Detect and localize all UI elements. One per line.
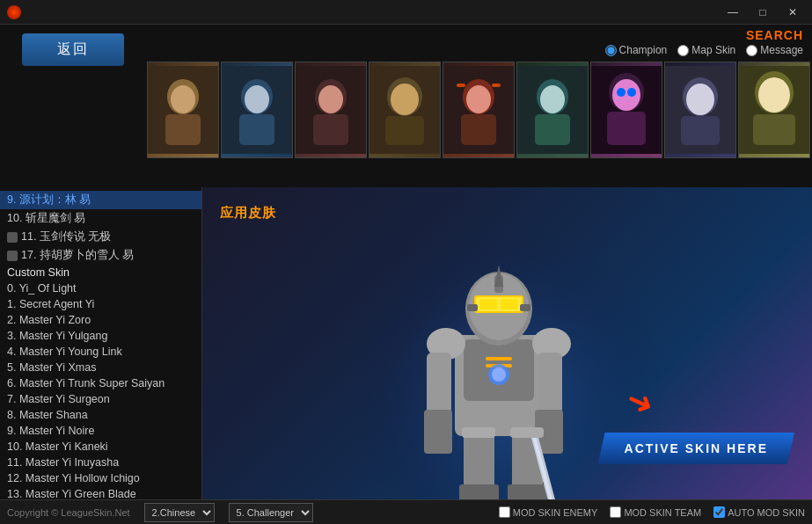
svg-rect-11 bbox=[313, 114, 348, 145]
portrait-5-art bbox=[443, 66, 514, 154]
language-dropdown[interactable]: 2.Chinese 1.English bbox=[144, 503, 215, 522]
svg-rect-35 bbox=[681, 116, 720, 145]
search-options: Champion Map Skin Message bbox=[605, 44, 803, 56]
search-champion-option[interactable]: Champion bbox=[605, 44, 668, 56]
list-item-5[interactable]: 5. Master Yi Xmas bbox=[0, 360, 201, 375]
mod-skin-team-option[interactable]: MOD SKIN TEAM bbox=[610, 506, 701, 518]
list-item-2[interactable]: 2. Master Yi Zoro bbox=[0, 312, 201, 328]
svg-point-10 bbox=[318, 85, 343, 113]
svg-rect-43 bbox=[459, 484, 499, 500]
back-button[interactable]: 返回 bbox=[22, 33, 124, 66]
svg-rect-66 bbox=[467, 304, 478, 311]
auto-mod-skin-label: AUTO MOD SKIN bbox=[728, 507, 805, 518]
skin-rank-dropdown[interactable]: 5. Challenger 4. Diamond 3. Platinum bbox=[229, 503, 313, 522]
svg-point-14 bbox=[391, 84, 419, 115]
svg-rect-70 bbox=[479, 299, 497, 309]
portrait-4[interactable] bbox=[369, 62, 441, 158]
svg-point-2 bbox=[171, 85, 195, 113]
portrait-9-art bbox=[739, 66, 809, 154]
list-item-6[interactable]: 6. Master Yi Trunk Super Saiyan bbox=[0, 375, 201, 391]
list-item-13-greenblade[interactable]: 13. Master Yi Green Blade bbox=[0, 486, 201, 499]
svg-rect-55 bbox=[424, 410, 452, 454]
bottom-checkboxes: MOD SKIN ENEMY MOD SKIN TEAM AUTO MOD SK… bbox=[499, 506, 805, 518]
titlebar: — □ ✕ bbox=[0, 0, 812, 25]
mod-badge bbox=[7, 251, 18, 261]
svg-rect-31 bbox=[607, 112, 646, 145]
item-text: 11. Master Yi Inuyasha bbox=[7, 456, 119, 469]
item-text: 11. 玉剑传说 无极 bbox=[21, 229, 111, 244]
mod-skin-team-checkbox[interactable] bbox=[610, 506, 621, 518]
portrait-7[interactable] bbox=[590, 62, 662, 158]
list-item-12-ichigo[interactable]: 12. Master Yi Hollow Ichigo bbox=[0, 470, 201, 486]
list-item-3[interactable]: 3. Master Yi Yulgang bbox=[0, 328, 201, 344]
portrait-2[interactable] bbox=[221, 62, 293, 158]
list-item-4[interactable]: 4. Master Yi Young Link bbox=[0, 344, 201, 360]
minimize-button[interactable]: — bbox=[721, 3, 745, 22]
search-message-label: Message bbox=[760, 44, 803, 56]
mod-badge bbox=[7, 232, 18, 243]
portrait-2-art bbox=[222, 66, 292, 154]
list-item-7[interactable]: 7. Master Yi Surgeon bbox=[0, 391, 201, 407]
svg-rect-39 bbox=[753, 114, 795, 145]
svg-point-29 bbox=[617, 88, 625, 97]
item-text: 8. Master Shana bbox=[7, 409, 88, 421]
portrait-6-art bbox=[517, 66, 588, 154]
mod-skin-enemy-checkbox[interactable] bbox=[499, 506, 510, 518]
list-item-10-kaneki[interactable]: 10. Master Yi Kaneki bbox=[0, 439, 201, 455]
mod-skin-enemy-option[interactable]: MOD SKIN ENEMY bbox=[499, 506, 598, 518]
list-item-11-jade[interactable]: 11. 玉剑传说 无极 bbox=[0, 228, 201, 246]
portrait-1[interactable] bbox=[147, 62, 219, 158]
search-mapskin-option[interactable]: Map Skin bbox=[677, 44, 735, 56]
left-column: 返回 bbox=[0, 25, 145, 187]
portrait-8[interactable] bbox=[664, 62, 736, 158]
list-item-10-star[interactable]: 10. 斩星魔剑 易 bbox=[0, 209, 201, 228]
main-container: 返回 SEARCH Champion Map Skin Me bbox=[0, 25, 812, 524]
search-title: SEARCH bbox=[746, 28, 803, 42]
list-item-9-project[interactable]: 9. 源计划：林 易 bbox=[0, 191, 201, 209]
active-skin-button[interactable]: ACTIVE SKIN HERE bbox=[598, 433, 794, 464]
content-section: 9. 源计划：林 易 10. 斩星魔剑 易 11. 玉剑传说 无极 17. 持胡… bbox=[0, 187, 812, 499]
svg-point-34 bbox=[686, 84, 714, 115]
portrait-8-art bbox=[665, 66, 735, 154]
item-text: 12. Master Yi Hollow Ichigo bbox=[7, 472, 140, 484]
auto-mod-skin-option[interactable]: AUTO MOD SKIN bbox=[713, 506, 805, 518]
auto-mod-skin-checkbox[interactable] bbox=[713, 506, 725, 518]
item-text: 0. Yi_ Of Light bbox=[7, 282, 77, 295]
portrait-3[interactable] bbox=[295, 62, 367, 158]
list-item-17-snowman[interactable]: 17. 持胡萝卜的雪人 易 bbox=[0, 246, 201, 265]
search-message-option[interactable]: Message bbox=[746, 44, 803, 56]
search-champion-radio[interactable] bbox=[605, 45, 617, 56]
portrait-9[interactable] bbox=[738, 62, 810, 158]
svg-point-28 bbox=[612, 79, 640, 111]
svg-rect-15 bbox=[385, 116, 424, 145]
list-item-9-noire[interactable]: 9. Master Yi Noire bbox=[0, 423, 201, 439]
portrait-1-art bbox=[148, 66, 218, 154]
category-label: Custom Skin bbox=[7, 266, 69, 279]
list-item-8-shana[interactable]: 8. Master Shana bbox=[0, 407, 201, 423]
svg-point-50 bbox=[492, 368, 506, 382]
mod-skin-team-label: MOD SKIN TEAM bbox=[624, 507, 701, 518]
list-item-0[interactable]: 0. Yi_ Of Light bbox=[0, 280, 201, 296]
app-icon bbox=[7, 5, 21, 19]
svg-rect-3 bbox=[165, 114, 201, 145]
item-text: 13. Master Yi Green Blade bbox=[7, 488, 136, 499]
svg-point-30 bbox=[627, 88, 636, 97]
center-area: 应用皮肤 bbox=[202, 187, 812, 499]
mod-skin-enemy-label: MOD SKIN ENEMY bbox=[513, 507, 598, 518]
close-button[interactable]: ✕ bbox=[780, 3, 805, 22]
list-item-11-inuyasha[interactable]: 11. Master Yi Inuyasha bbox=[0, 455, 201, 470]
skin-list-scroll[interactable]: 9. 源计划：林 易 10. 斩星魔剑 易 11. 玉剑传说 无极 17. 持胡… bbox=[0, 187, 201, 499]
svg-point-38 bbox=[758, 77, 790, 113]
search-message-radio[interactable] bbox=[746, 45, 757, 56]
portraits-row bbox=[145, 62, 812, 163]
maximize-button[interactable]: □ bbox=[750, 3, 775, 22]
search-mapskin-radio[interactable] bbox=[677, 45, 689, 56]
list-item-1[interactable]: 1. Secret Agent Yi bbox=[0, 296, 201, 312]
item-text: 2. Master Yi Zoro bbox=[7, 314, 91, 326]
svg-rect-21 bbox=[492, 84, 501, 87]
portrait-6[interactable] bbox=[516, 62, 589, 158]
item-text: 7. Master Yi Surgeon bbox=[7, 393, 110, 405]
search-section: SEARCH Champion Map Skin Message bbox=[145, 25, 812, 62]
portrait-5[interactable] bbox=[443, 62, 515, 158]
svg-point-24 bbox=[540, 85, 565, 113]
